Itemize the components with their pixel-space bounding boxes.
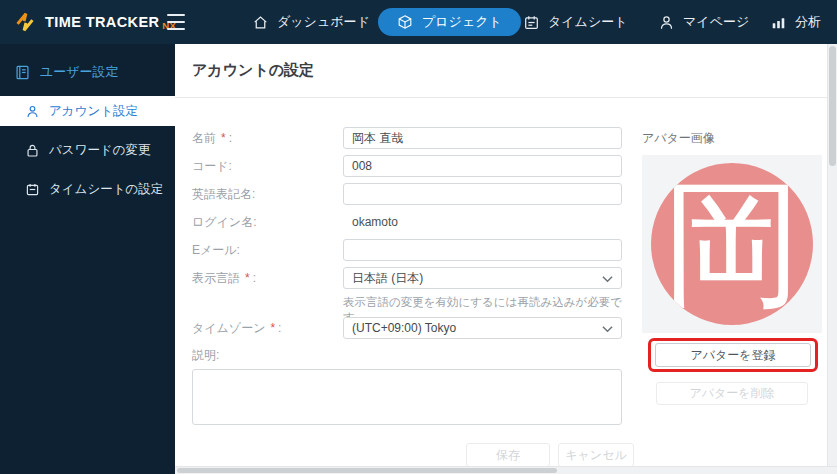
nav-label: プロジェクト [422,13,502,31]
calendar-icon [523,14,540,31]
nav-label: マイページ [683,13,749,31]
timezone-selected-value: (UTC+09:00) Tokyo [352,321,456,335]
horizontal-scrollbar-thumb[interactable] [177,468,557,473]
form-row-email: Eメール: [192,239,622,261]
name-label: 名前*: [192,130,343,147]
sidebar: ユーザー設定 アカウント設定 パスワードの変更 [0,44,175,474]
bar-chart-icon [770,14,787,31]
nav-label: タイムシート [548,13,628,31]
language-label: 表示言語*: [192,270,343,287]
form-row-english-name: 英語表記名: [192,183,622,205]
email-label: Eメール: [192,242,343,259]
cancel-button[interactable]: キャンセル [558,443,634,467]
avatar-section: アバター画像 岡 アバターを登録 アバターを削除 [642,130,823,405]
sidebar-item-account-settings[interactable]: アカウント設定 [0,96,175,126]
code-label: コード: [192,158,343,175]
sidebar-item-timesheet-settings[interactable]: タイムシートの設定 [0,174,175,204]
description-textarea[interactable] [192,369,622,425]
chevron-down-icon [602,275,613,283]
app-window: TIME TRACKER NX ダッシュボード プロジェクト [0,0,837,474]
lock-icon [25,143,40,158]
home-icon [252,14,269,31]
delete-avatar-button[interactable]: アバターを削除 [656,382,808,405]
code-input[interactable] [343,155,622,177]
top-navbar: TIME TRACKER NX ダッシュボード プロジェクト [0,0,837,44]
email-input[interactable] [343,239,622,261]
sidebar-header-user-settings[interactable]: ユーザー設定 [0,44,175,83]
form-row-timezone: タイムゾーン*: (UTC+09:00) Tokyo [192,317,622,339]
sidebar-header-label: ユーザー設定 [40,63,119,81]
account-settings-form: 名前*: コード: 英語表記名: ログイン名: okamoto Eメール: 表示… [192,127,622,467]
annotation-highlight-box: アバターを登録 [648,338,818,372]
nav-timesheet[interactable]: タイムシート [523,0,628,44]
app-logo[interactable]: TIME TRACKER NX [12,0,176,44]
avatar-section-label: アバター画像 [642,130,823,144]
sidebar-item-label: アカウント設定 [49,103,138,120]
vertical-scrollbar-thumb[interactable] [829,46,836,166]
page-title: アカウントの設定 [192,61,314,80]
nav-project[interactable]: プロジェクト [378,8,521,36]
title-divider [175,97,827,98]
nav-analysis[interactable]: 分析 [770,0,821,44]
journal-icon [14,64,31,81]
sidebar-item-label: タイムシートの設定 [49,181,163,198]
english-name-label: 英語表記名: [192,186,343,203]
english-name-input[interactable] [343,183,622,205]
register-avatar-button[interactable]: アバターを登録 [655,343,811,367]
person-icon [658,14,675,31]
nav-mypage[interactable]: マイページ [658,0,749,44]
sidebar-item-label: パスワードの変更 [49,142,150,159]
language-select[interactable]: 日本語 (日本) [343,267,622,289]
chevron-down-icon [602,325,613,333]
main-content: アカウントの設定 名前*: コード: 英語表記名: ログイン名: okamoto… [175,44,827,466]
nav-label: ダッシュボード [277,13,370,31]
sidebar-item-password-change[interactable]: パスワードの変更 [0,135,175,165]
form-row-language: 表示言語*: 日本語 (日本) [192,267,622,289]
brand-title: TIME TRACKER [45,14,159,30]
language-note-row: 表示言語の変更を有効にするには再読み込みが必要です。 [192,295,622,309]
form-row-description-label: 説明: [192,348,622,363]
avatar-initial: 岡 [663,175,801,313]
form-actions: 保存 キャンセル [192,443,634,467]
timezone-select[interactable]: (UTC+09:00) Tokyo [343,317,622,339]
menu-toggle-button[interactable] [167,13,187,31]
nav-dashboard[interactable]: ダッシュボード [252,0,370,44]
horizontal-scrollbar[interactable] [175,466,837,474]
vertical-scrollbar[interactable] [827,44,837,466]
timezone-label: タイムゾーン*: [192,320,343,337]
avatar-image: 岡 [642,155,822,333]
calendar-icon [25,182,40,197]
nav-label: 分析 [795,13,821,31]
save-button[interactable]: 保存 [466,443,550,467]
login-name-value: okamoto [343,215,622,229]
cube-icon [397,14,413,30]
language-selected-value: 日本語 (日本) [352,270,423,287]
description-label: 説明: [192,347,343,364]
name-input[interactable] [343,127,622,149]
language-note: 表示言語の変更を有効にするには再読み込みが必要です。 [343,295,622,309]
login-name-label: ログイン名: [192,214,343,231]
avatar: 岡 [651,163,813,325]
form-row-code: コード: [192,155,622,177]
person-icon [25,104,40,119]
form-row-name: 名前*: [192,127,622,149]
form-row-login-name: ログイン名: okamoto [192,211,622,233]
timetracker-logo-icon [12,9,38,35]
